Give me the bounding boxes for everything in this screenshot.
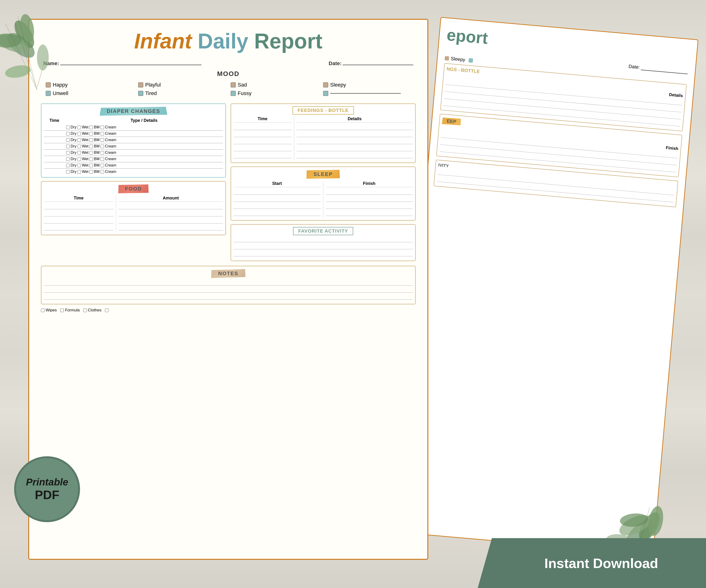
sleep-start-col: Start <box>233 181 321 187</box>
activity-section: FAVORITE ACTIVITY <box>231 224 416 261</box>
mood-sad-checkbox <box>231 82 236 87</box>
mood-extra-checkbox <box>323 91 328 96</box>
svg-point-9 <box>4 64 32 80</box>
sleep-section: SLEEP Start Finish <box>231 167 416 221</box>
title-daily: Daily <box>198 30 248 53</box>
clothes-checkbox <box>83 308 87 312</box>
food-time-col: Time <box>44 196 113 202</box>
instant-download-banner: Instant Download <box>478 538 706 588</box>
pdf-badge: Printable PDF <box>14 456 80 522</box>
mood-fussy: Fussy <box>231 90 318 96</box>
mood-sad: Sad <box>231 82 318 88</box>
extra-checkbox <box>105 308 109 312</box>
right-column: FEEDINGS - BOTTLE Time Details <box>231 103 416 261</box>
title-infant: Infant <box>134 30 192 53</box>
feedings-time-col: Time <box>233 116 291 123</box>
pdf-badge-line1: Printable <box>26 476 68 488</box>
food-amount-col: Amount <box>118 196 223 202</box>
diaper-row-8: Dry Wet BM Cream <box>44 169 223 175</box>
mood-tired: Tired <box>138 90 226 96</box>
notes-section: NOTES <box>41 266 416 304</box>
feedings-header: FEEDINGS - BOTTLE <box>292 106 354 115</box>
formula-checkbox <box>60 308 64 312</box>
svg-point-10 <box>37 44 49 70</box>
sleep-finish-col: Finish <box>326 181 413 187</box>
mood-playful-checkbox <box>138 82 143 87</box>
feedings-section: FEEDINGS - BOTTLE Time Details <box>231 103 416 163</box>
mood-fussy-checkbox <box>231 91 236 96</box>
food-header: FOOD <box>118 184 149 194</box>
mood-tired-checkbox <box>138 91 143 96</box>
date-field: Date: <box>329 60 413 67</box>
instant-download-text: Instant Download <box>525 555 658 571</box>
feedings-details-col: Details <box>297 116 413 123</box>
plant-top-left <box>0 0 122 146</box>
title-report: Report <box>254 30 322 53</box>
mood-sleepy: Sleepy <box>323 82 411 88</box>
wipes-checkbox <box>41 308 44 312</box>
mood-playful: Playful <box>138 82 226 88</box>
bottom-row: Wipes Formula Clothes <box>41 308 416 312</box>
diaper-row-6: Dry Wet BM Cream <box>44 156 223 162</box>
notes-header: NOTES <box>211 268 245 279</box>
diaper-row-7: Dry Wet BM Cream <box>44 162 223 169</box>
mood-sleepy-checkbox <box>323 82 328 87</box>
diaper-row-5: Dry Wet BM Cream <box>44 150 223 156</box>
mood-extra <box>323 90 411 96</box>
activity-header: FAVORITE ACTIVITY <box>293 227 353 235</box>
pdf-badge-line2: PDF <box>35 488 59 502</box>
food-section: FOOD Time Amount <box>41 181 226 235</box>
sleep-header: SLEEP <box>306 169 340 179</box>
